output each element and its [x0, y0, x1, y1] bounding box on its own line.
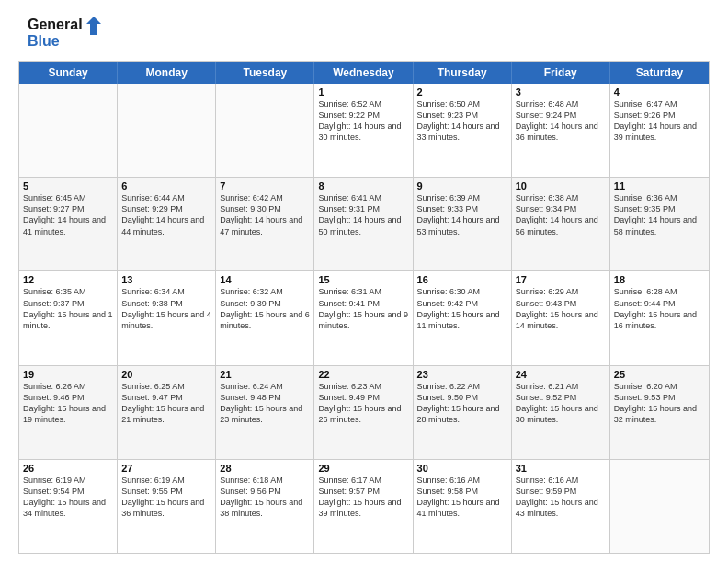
calendar-cell: 27Sunrise: 6:19 AMSunset: 9:55 PMDayligh… [118, 460, 216, 553]
day-number: 7 [220, 180, 310, 191]
calendar-cell: 10Sunrise: 6:38 AMSunset: 9:34 PMDayligh… [512, 178, 610, 270]
day-number: 25 [614, 369, 705, 380]
calendar-cell: 11Sunrise: 6:36 AMSunset: 9:35 PMDayligh… [610, 178, 709, 270]
logo-svg: General Blue [18, 15, 110, 52]
day-number: 12 [23, 274, 113, 285]
cell-info: Sunrise: 6:30 AMSunset: 9:42 PMDaylight:… [417, 286, 507, 331]
calendar-cell: 23Sunrise: 6:22 AMSunset: 9:50 PMDayligh… [414, 366, 512, 459]
calendar: SundayMondayTuesdayWednesdayThursdayFrid… [18, 61, 710, 554]
header-day-wednesday: Wednesday [314, 62, 413, 84]
calendar-cell: 8Sunrise: 6:41 AMSunset: 9:31 PMDaylight… [314, 178, 413, 270]
cell-info: Sunrise: 6:24 AMSunset: 9:48 PMDaylight:… [220, 381, 310, 426]
cell-info: Sunrise: 6:34 AMSunset: 9:38 PMDaylight:… [121, 286, 211, 331]
day-number: 29 [318, 463, 408, 474]
day-number: 20 [121, 369, 211, 380]
calendar-cell: 3Sunrise: 6:48 AMSunset: 9:24 PMDaylight… [512, 84, 610, 177]
day-number: 21 [220, 369, 310, 380]
day-number: 15 [318, 274, 408, 285]
calendar-cell: 9Sunrise: 6:39 AMSunset: 9:33 PMDaylight… [414, 178, 512, 270]
calendar-cell [610, 460, 709, 553]
cell-info: Sunrise: 6:17 AMSunset: 9:57 PMDaylight:… [318, 475, 408, 520]
day-number: 27 [121, 463, 211, 474]
day-number: 8 [318, 180, 408, 191]
header-day-monday: Monday [118, 62, 216, 84]
calendar-cell: 28Sunrise: 6:18 AMSunset: 9:56 PMDayligh… [216, 460, 314, 553]
day-number: 13 [121, 274, 211, 285]
cell-info: Sunrise: 6:50 AMSunset: 9:23 PMDaylight:… [417, 98, 507, 144]
calendar-cell: 19Sunrise: 6:26 AMSunset: 9:46 PMDayligh… [19, 366, 118, 459]
calendar-cell: 22Sunrise: 6:23 AMSunset: 9:49 PMDayligh… [314, 366, 413, 459]
header: General Blue [18, 15, 710, 52]
calendar-header-row: SundayMondayTuesdayWednesdayThursdayFrid… [19, 62, 709, 84]
day-number: 3 [516, 86, 606, 98]
calendar-cell: 24Sunrise: 6:21 AMSunset: 9:52 PMDayligh… [512, 366, 610, 459]
day-number: 19 [23, 369, 113, 380]
calendar-cell: 29Sunrise: 6:17 AMSunset: 9:57 PMDayligh… [314, 460, 413, 553]
day-number: 18 [614, 274, 705, 285]
cell-info: Sunrise: 6:39 AMSunset: 9:33 PMDaylight:… [417, 192, 507, 237]
day-number: 31 [516, 463, 606, 474]
calendar-cell: 31Sunrise: 6:16 AMSunset: 9:59 PMDayligh… [512, 460, 610, 553]
cell-info: Sunrise: 6:20 AMSunset: 9:53 PMDaylight:… [614, 381, 705, 426]
calendar-cell: 21Sunrise: 6:24 AMSunset: 9:48 PMDayligh… [216, 366, 314, 459]
calendar-cell: 18Sunrise: 6:28 AMSunset: 9:44 PMDayligh… [610, 271, 709, 364]
day-number: 9 [417, 180, 507, 191]
calendar-cell: 16Sunrise: 6:30 AMSunset: 9:42 PMDayligh… [414, 271, 512, 364]
cell-info: Sunrise: 6:28 AMSunset: 9:44 PMDaylight:… [614, 286, 705, 331]
cell-info: Sunrise: 6:52 AMSunset: 9:22 PMDaylight:… [318, 98, 408, 144]
day-number: 5 [23, 180, 113, 191]
calendar-week-3: 12Sunrise: 6:35 AMSunset: 9:37 PMDayligh… [19, 270, 709, 364]
cell-info: Sunrise: 6:35 AMSunset: 9:37 PMDaylight:… [23, 286, 113, 331]
day-number: 6 [121, 180, 211, 191]
day-number: 4 [614, 86, 705, 98]
calendar-cell: 25Sunrise: 6:20 AMSunset: 9:53 PMDayligh… [610, 366, 709, 459]
cell-info: Sunrise: 6:26 AMSunset: 9:46 PMDaylight:… [23, 381, 113, 426]
cell-info: Sunrise: 6:16 AMSunset: 9:59 PMDaylight:… [516, 475, 606, 520]
day-number: 10 [516, 180, 606, 191]
cell-info: Sunrise: 6:21 AMSunset: 9:52 PMDaylight:… [516, 381, 606, 426]
day-number: 30 [417, 463, 507, 474]
calendar-cell: 1Sunrise: 6:52 AMSunset: 9:22 PMDaylight… [314, 84, 413, 177]
header-day-friday: Friday [512, 62, 610, 84]
calendar-cell [216, 84, 314, 177]
cell-info: Sunrise: 6:47 AMSunset: 9:26 PMDaylight:… [614, 98, 705, 144]
calendar-week-1: 1Sunrise: 6:52 AMSunset: 9:22 PMDaylight… [19, 84, 709, 177]
cell-info: Sunrise: 6:32 AMSunset: 9:39 PMDaylight:… [220, 286, 310, 331]
day-number: 26 [23, 463, 113, 474]
day-number: 16 [417, 274, 507, 285]
cell-info: Sunrise: 6:36 AMSunset: 9:35 PMDaylight:… [614, 192, 705, 237]
svg-marker-2 [86, 17, 101, 35]
day-number: 2 [417, 86, 507, 98]
cell-info: Sunrise: 6:45 AMSunset: 9:27 PMDaylight:… [23, 192, 113, 237]
day-number: 24 [516, 369, 606, 380]
cell-info: Sunrise: 6:22 AMSunset: 9:50 PMDaylight:… [417, 381, 507, 426]
cell-info: Sunrise: 6:44 AMSunset: 9:29 PMDaylight:… [121, 192, 211, 237]
calendar-cell: 14Sunrise: 6:32 AMSunset: 9:39 PMDayligh… [216, 271, 314, 364]
header-day-tuesday: Tuesday [216, 62, 314, 84]
calendar-cell: 5Sunrise: 6:45 AMSunset: 9:27 PMDaylight… [19, 178, 118, 270]
header-day-saturday: Saturday [610, 62, 709, 84]
svg-text:Blue: Blue [28, 33, 60, 49]
cell-info: Sunrise: 6:31 AMSunset: 9:41 PMDaylight:… [318, 286, 408, 331]
calendar-cell: 17Sunrise: 6:29 AMSunset: 9:43 PMDayligh… [512, 271, 610, 364]
calendar-week-4: 19Sunrise: 6:26 AMSunset: 9:46 PMDayligh… [19, 365, 709, 459]
calendar-cell: 20Sunrise: 6:25 AMSunset: 9:47 PMDayligh… [118, 366, 216, 459]
cell-info: Sunrise: 6:19 AMSunset: 9:55 PMDaylight:… [121, 475, 211, 520]
calendar-cell: 7Sunrise: 6:42 AMSunset: 9:30 PMDaylight… [216, 178, 314, 270]
svg-text:General: General [28, 17, 83, 32]
calendar-cell: 6Sunrise: 6:44 AMSunset: 9:29 PMDaylight… [118, 178, 216, 270]
logo: General Blue [18, 15, 110, 52]
day-number: 17 [516, 274, 606, 285]
calendar-cell: 4Sunrise: 6:47 AMSunset: 9:26 PMDaylight… [610, 84, 709, 177]
day-number: 1 [318, 86, 408, 98]
cell-info: Sunrise: 6:41 AMSunset: 9:31 PMDaylight:… [318, 192, 408, 237]
calendar-week-2: 5Sunrise: 6:45 AMSunset: 9:27 PMDaylight… [19, 177, 709, 270]
calendar-cell: 15Sunrise: 6:31 AMSunset: 9:41 PMDayligh… [314, 271, 413, 364]
page: General Blue SundayMondayTuesdayWednesda… [0, 0, 728, 563]
calendar-cell [118, 84, 216, 177]
day-number: 28 [220, 463, 310, 474]
cell-info: Sunrise: 6:48 AMSunset: 9:24 PMDaylight:… [516, 98, 606, 144]
cell-info: Sunrise: 6:23 AMSunset: 9:49 PMDaylight:… [318, 381, 408, 426]
calendar-cell: 30Sunrise: 6:16 AMSunset: 9:58 PMDayligh… [414, 460, 512, 553]
cell-info: Sunrise: 6:42 AMSunset: 9:30 PMDaylight:… [220, 192, 310, 237]
